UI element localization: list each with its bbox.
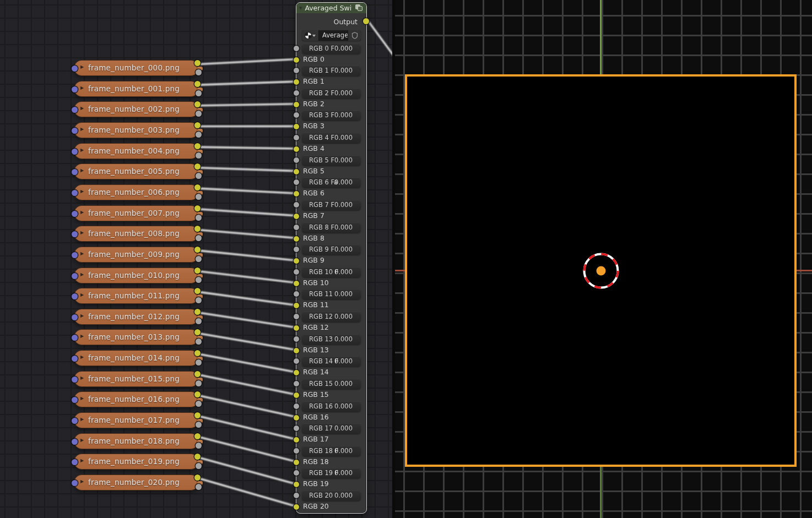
color-output-socket[interactable] xyxy=(194,433,201,439)
averaged-switch-node[interactable]: ▼ Averaged Switc Output Average... xyxy=(296,2,367,514)
fac-input-socket[interactable] xyxy=(294,381,299,386)
rgb-input-socket[interactable] xyxy=(294,415,299,421)
rgb-input-socket[interactable] xyxy=(294,102,299,107)
image-node[interactable]: ▶ frame_number_019.png xyxy=(74,454,199,470)
fac-slider[interactable]: RGB 9 F 0.000 xyxy=(302,244,361,255)
image-node[interactable]: ▶ frame_number_020.png xyxy=(74,475,199,490)
fac-slider[interactable]: RGB 1 F 0.000 xyxy=(302,66,361,76)
collapse-arrow-icon[interactable]: ▶ xyxy=(80,230,84,235)
node-link[interactable] xyxy=(200,188,296,193)
fac-input-socket[interactable] xyxy=(294,448,299,454)
alpha-output-socket[interactable] xyxy=(196,256,202,262)
fac-slider[interactable]: RGB 2 F 0.000 xyxy=(302,88,361,99)
image-node[interactable]: ▶ frame_number_007.png xyxy=(74,205,199,221)
alpha-output-socket[interactable] xyxy=(196,152,202,159)
fac-slider[interactable]: RGB 3 F 0.000 xyxy=(302,110,361,121)
rgb-input-socket[interactable] xyxy=(294,258,299,264)
collapse-arrow-icon[interactable]: ▶ xyxy=(80,127,84,132)
collapse-arrow-icon[interactable]: ▶ xyxy=(80,334,84,339)
fac-slider[interactable]: RGB 10 F 0.000 xyxy=(302,267,361,277)
vector-input-socket[interactable] xyxy=(72,335,78,341)
fac-input-socket[interactable] xyxy=(294,358,299,364)
image-node[interactable]: ▶ frame_number_013.png xyxy=(74,329,199,345)
fac-slider[interactable]: RGB 17 0.000 xyxy=(302,423,361,434)
fac-slider[interactable]: RGB 7 F 0.000 xyxy=(302,200,361,210)
color-output-socket[interactable] xyxy=(194,184,201,190)
fac-input-socket[interactable] xyxy=(294,90,299,96)
color-output-socket[interactable] xyxy=(194,371,201,377)
image-node[interactable]: ▶ frame_number_015.png xyxy=(74,371,199,387)
collapse-arrow-icon[interactable]: ▶ xyxy=(80,210,84,215)
fac-input-socket[interactable] xyxy=(294,314,299,319)
image-node[interactable]: ▶ frame_number_011.png xyxy=(74,288,199,304)
alpha-output-socket[interactable] xyxy=(196,443,202,449)
rgb-input-socket[interactable] xyxy=(294,236,299,242)
viewport-3d[interactable] xyxy=(395,0,812,518)
collapse-arrow-icon[interactable]: ▶ xyxy=(80,64,84,69)
collapse-arrow-icon[interactable]: ▶ xyxy=(80,355,84,359)
fac-slider[interactable]: RGB 5 F 0.000 xyxy=(302,155,361,166)
vector-input-socket[interactable] xyxy=(72,480,78,486)
color-output-socket[interactable] xyxy=(194,205,201,211)
fac-slider[interactable]: RGB 13 0.000 xyxy=(302,334,361,345)
fac-input-socket[interactable] xyxy=(294,426,299,431)
image-node[interactable]: ▶ frame_number_017.png xyxy=(74,412,199,428)
collapse-arrow-icon[interactable]: ▶ xyxy=(80,292,84,297)
fac-input-socket[interactable] xyxy=(294,269,299,275)
color-output-socket[interactable] xyxy=(194,475,201,481)
fac-slider[interactable]: RGB 15 0.000 xyxy=(302,379,361,389)
collapse-arrow-icon[interactable]: ▶ xyxy=(80,313,84,318)
color-output-socket[interactable] xyxy=(194,412,201,418)
collapse-arrow-icon[interactable]: ▶ xyxy=(80,106,84,111)
fac-input-socket[interactable] xyxy=(294,202,299,208)
node-link[interactable] xyxy=(200,271,296,283)
node-link[interactable] xyxy=(200,104,296,106)
vector-input-socket[interactable] xyxy=(72,149,78,155)
color-output-socket[interactable] xyxy=(194,60,201,66)
node-link[interactable] xyxy=(200,355,296,373)
fac-slider[interactable]: RGB 14 F 0.000 xyxy=(302,356,361,367)
image-node[interactable]: ▶ frame_number_005.png xyxy=(74,163,199,179)
collapse-arrow-icon[interactable]: ▶ xyxy=(80,189,84,194)
alpha-output-socket[interactable] xyxy=(196,132,202,138)
alpha-output-socket[interactable] xyxy=(196,484,202,490)
node-link[interactable] xyxy=(200,81,296,85)
vector-input-socket[interactable] xyxy=(72,211,78,217)
rgb-input-socket[interactable] xyxy=(294,191,299,197)
collapse-arrow-icon[interactable]: ▶ xyxy=(80,458,84,463)
alpha-output-socket[interactable] xyxy=(196,194,202,200)
alpha-output-socket[interactable] xyxy=(196,422,202,428)
alpha-output-socket[interactable] xyxy=(196,215,202,221)
fac-input-socket[interactable] xyxy=(294,247,299,252)
color-output-socket[interactable] xyxy=(194,247,201,253)
node-link[interactable] xyxy=(200,59,296,64)
vector-input-socket[interactable] xyxy=(72,107,78,113)
fac-input-socket[interactable] xyxy=(294,493,299,498)
rgb-input-socket[interactable] xyxy=(294,437,299,443)
node-link[interactable] xyxy=(200,437,296,462)
rgb-input-socket[interactable] xyxy=(294,325,299,331)
fac-slider[interactable]: RGB 8 F 0.000 xyxy=(302,222,361,233)
fac-input-socket[interactable] xyxy=(294,112,299,118)
fac-slider[interactable]: RGB 20 0.000 xyxy=(302,490,361,501)
rgb-input-socket[interactable] xyxy=(294,169,299,175)
vector-input-socket[interactable] xyxy=(72,293,78,299)
node-link[interactable] xyxy=(200,417,296,440)
fac-slider[interactable]: RGB 11 0.000 xyxy=(302,289,361,299)
color-output-socket[interactable] xyxy=(194,81,201,87)
rgb-input-socket[interactable] xyxy=(294,146,299,152)
rgb-input-socket[interactable] xyxy=(294,79,299,85)
rgb-input-socket[interactable] xyxy=(294,348,299,353)
fac-input-socket[interactable] xyxy=(294,404,299,409)
image-node[interactable]: ▶ frame_number_001.png xyxy=(74,81,199,97)
vector-input-socket[interactable] xyxy=(72,356,78,362)
fac-slider[interactable]: RGB 16 0.000 xyxy=(302,401,361,412)
image-node[interactable]: ▶ frame_number_002.png xyxy=(74,101,199,117)
vector-input-socket[interactable] xyxy=(72,273,78,279)
collapse-arrow-icon[interactable]: ▶ xyxy=(80,272,84,277)
vector-input-socket[interactable] xyxy=(72,459,78,465)
collapse-arrow-icon[interactable]: ▶ xyxy=(80,251,84,256)
node-link[interactable] xyxy=(200,230,296,238)
node-link[interactable] xyxy=(200,292,296,306)
image-node[interactable]: ▶ frame_number_016.png xyxy=(74,391,199,407)
